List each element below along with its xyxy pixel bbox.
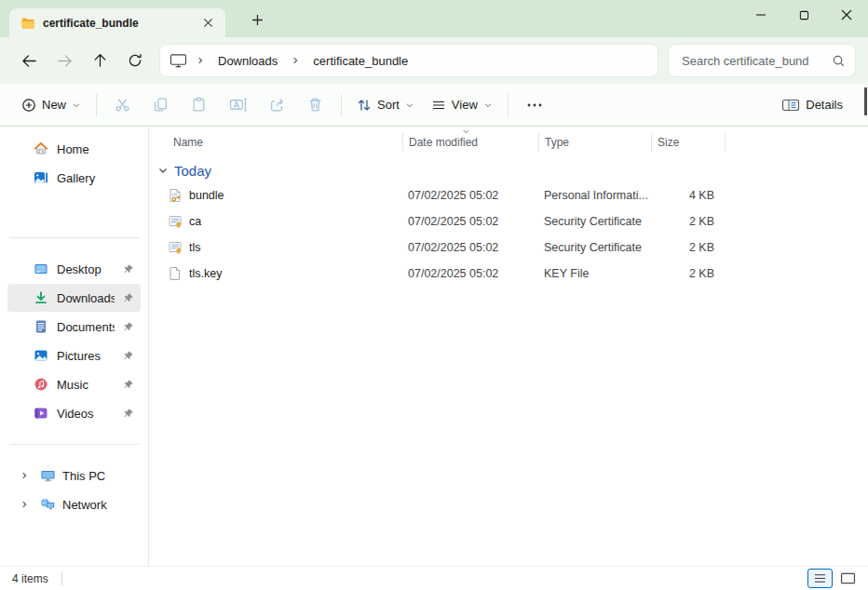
chevron-down-icon (157, 165, 169, 176)
file-size: 4 KB (651, 189, 726, 202)
sort-ascending-caret-icon (461, 127, 471, 136)
search-input[interactable] (682, 54, 832, 68)
chevron-right-icon[interactable] (15, 471, 34, 480)
pin-icon (123, 292, 134, 303)
file-name: ca (189, 215, 201, 228)
pin-icon (123, 263, 134, 275)
breadcrumb-chevron-icon (291, 56, 300, 65)
security-certificate-icon (168, 214, 183, 229)
toolbar-divider (508, 94, 509, 116)
details-pane-icon (781, 98, 800, 113)
sidebar-item-this-pc[interactable]: This PC (7, 462, 141, 489)
file-date: 07/02/2025 05:02 (402, 215, 538, 228)
group-label: Today (174, 163, 211, 179)
sidebar-item-downloads[interactable]: Downloads (7, 284, 141, 312)
breadcrumb-downloads[interactable]: Downloads (213, 51, 282, 71)
pictures-icon (34, 348, 48, 363)
chevron-down-icon (405, 101, 414, 110)
tab-close-icon[interactable] (197, 13, 218, 34)
file-row-ca[interactable]: ca 07/02/2025 05:02 Security Certificate… (149, 208, 868, 235)
share-button[interactable] (258, 91, 296, 118)
sidebar-item-label: This PC (62, 469, 141, 483)
refresh-button[interactable] (117, 45, 153, 76)
desktop-icon (34, 261, 48, 276)
home-icon (34, 141, 48, 156)
new-tab-button[interactable] (246, 8, 268, 31)
maximize-button[interactable] (782, 0, 825, 30)
group-header-today[interactable]: Today (149, 158, 868, 182)
sort-button-label: Sort (377, 98, 400, 112)
close-window-button[interactable] (825, 0, 868, 30)
sidebar-item-videos[interactable]: Videos (7, 399, 141, 427)
sidebar-item-gallery[interactable]: Gallery (7, 164, 141, 192)
column-header-name[interactable]: Name (149, 133, 402, 152)
copy-button[interactable] (142, 91, 180, 118)
sidebar-item-pictures[interactable]: Pictures (7, 342, 141, 369)
search-icon[interactable] (832, 54, 846, 68)
chevron-right-icon[interactable] (15, 500, 34, 509)
sidebar-item-label: Documents (57, 320, 115, 334)
forward-button[interactable] (47, 45, 82, 76)
file-date: 07/02/2025 05:02 (402, 241, 538, 254)
this-pc-icon[interactable] (170, 53, 187, 68)
details-pane-button[interactable]: Details (773, 92, 851, 118)
sidebar-item-label: Home (57, 142, 141, 156)
tab-title: certificate_bundle (43, 17, 190, 30)
command-toolbar: New (0, 84, 868, 127)
pin-icon (123, 379, 134, 390)
sort-button[interactable]: Sort (348, 92, 423, 118)
rename-button[interactable] (218, 91, 258, 118)
column-header-type[interactable]: Type (538, 133, 651, 152)
sidebar-item-home[interactable]: Home (7, 135, 141, 163)
file-row-bundle[interactable]: bundle 07/02/2025 05:02 Personal Informa… (149, 182, 868, 208)
up-button[interactable] (82, 45, 117, 76)
sidebar-item-label: Desktop (57, 262, 115, 276)
column-header-size[interactable]: Size (651, 133, 726, 152)
sidebar-item-network[interactable]: Network (7, 490, 141, 518)
file-type: KEY File (538, 267, 651, 280)
sidebar-item-label: Downloads (57, 291, 115, 305)
minimize-button[interactable] (739, 0, 782, 30)
address-bar[interactable]: Downloads certificate_bundle (160, 45, 658, 76)
sidebar-item-documents[interactable]: Documents (7, 313, 141, 341)
explorer-tab[interactable]: certificate_bundle (9, 8, 225, 37)
details-view-toggle[interactable] (807, 569, 833, 588)
sidebar-item-music[interactable]: Music (7, 370, 141, 398)
view-button[interactable]: View (423, 92, 501, 118)
view-button-label: View (452, 98, 478, 112)
statusbar-divider (61, 571, 62, 585)
breadcrumb-current-folder[interactable]: certificate_bundle (308, 51, 413, 71)
paste-icon (191, 97, 207, 113)
delete-button[interactable] (296, 91, 334, 118)
file-row-tls[interactable]: tls 07/02/2025 05:02 Security Certificat… (149, 235, 868, 261)
file-date: 07/02/2025 05:02 (402, 189, 538, 202)
sidebar-item-label: Videos (57, 407, 115, 421)
videos-icon (34, 406, 48, 421)
file-size: 2 KB (651, 267, 726, 280)
thumbnail-view-toggle[interactable] (835, 569, 861, 588)
column-headers: Name Date modified Type Size (149, 130, 868, 154)
new-button[interactable]: New (13, 92, 89, 118)
chevron-down-icon (72, 101, 81, 110)
file-name: tls.key (189, 267, 222, 280)
sidebar-item-label: Network (62, 498, 141, 512)
search-box[interactable] (669, 45, 855, 76)
column-header-date-modified[interactable]: Date modified (402, 133, 538, 152)
rename-icon (229, 97, 247, 113)
file-name: tls (189, 241, 201, 254)
this-pc-icon (40, 468, 56, 483)
sidebar-item-desktop[interactable]: Desktop (7, 255, 141, 283)
file-list-pane: Name Date modified Type Size Today (149, 127, 868, 566)
paste-button[interactable] (180, 91, 218, 118)
cut-button[interactable] (103, 91, 142, 118)
scrollbar-thumb[interactable] (864, 87, 867, 115)
see-more-button[interactable] (515, 92, 554, 118)
sidebar-item-label: Gallery (57, 171, 141, 185)
sort-icon (357, 98, 372, 113)
file-type: Personal Informati... (538, 189, 651, 202)
back-button[interactable] (11, 45, 47, 76)
file-type: Security Certificate (538, 241, 651, 254)
downloads-icon (34, 290, 48, 305)
file-row-tls-key[interactable]: tls.key 07/02/2025 05:02 KEY File 2 KB (149, 261, 868, 287)
breadcrumb-chevron-icon (196, 56, 205, 65)
